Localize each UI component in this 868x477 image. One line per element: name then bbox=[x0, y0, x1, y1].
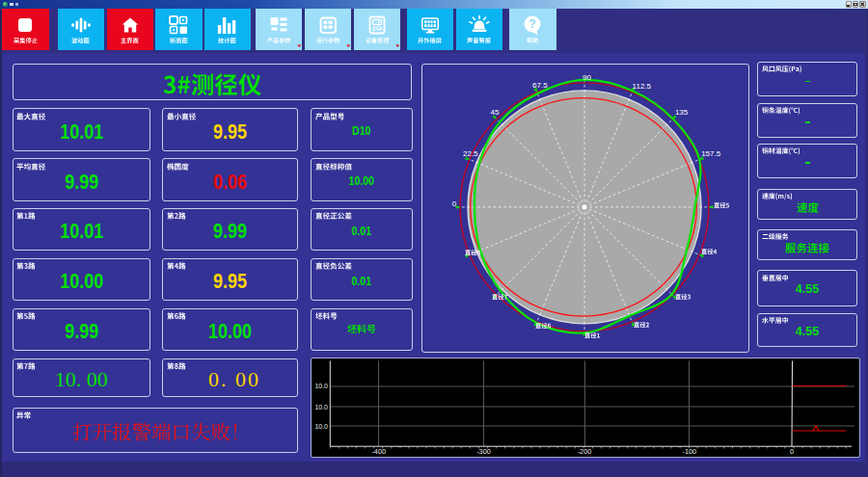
svg-text:-100: -100 bbox=[682, 446, 696, 455]
svg-text:-300: -300 bbox=[476, 446, 491, 455]
svg-text:-200: -200 bbox=[578, 446, 592, 455]
svg-text:?: ? bbox=[529, 17, 536, 31]
svg-text:-400: -400 bbox=[371, 446, 386, 455]
svg-text:0: 0 bbox=[790, 446, 794, 455]
svg-text:10.0: 10.0 bbox=[314, 422, 328, 429]
svg-text:10.0: 10.0 bbox=[314, 403, 328, 410]
svg-text:10.0: 10.0 bbox=[314, 383, 328, 389]
